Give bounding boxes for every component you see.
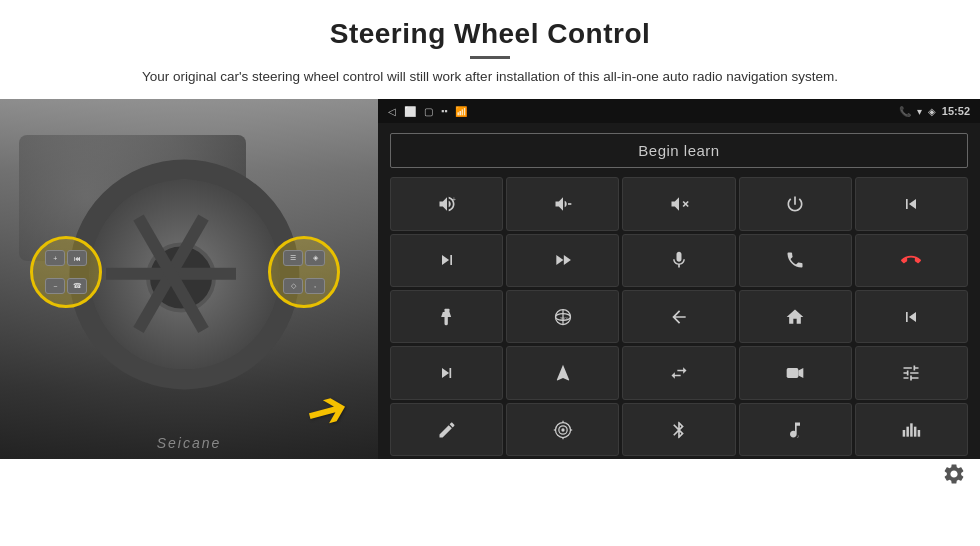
home-nav-icon[interactable]: ⬜	[404, 106, 416, 117]
content-area: + ⏮ − ☎ ☰ ◈ ◇ ◦ ➔ Seicane	[0, 99, 980, 459]
flashlight-button[interactable]	[390, 290, 503, 343]
swap-button[interactable]	[622, 346, 735, 399]
status-bar-right: 📞 ▾ ◈ 15:52	[899, 105, 970, 117]
home-ctrl-icon	[785, 307, 805, 327]
bluetooth-icon	[669, 420, 689, 440]
home-ctrl-button[interactable]	[739, 290, 852, 343]
status-bar-left: ◁ ⬜ ▢ ▪▪ 📶	[388, 106, 467, 117]
svg-text:+: +	[452, 195, 456, 202]
music-icon: ♪	[785, 420, 805, 440]
controls-grid: +	[378, 174, 980, 459]
seicane-watermark: Seicane	[157, 435, 222, 451]
android-panel: ◁ ⬜ ▢ ▪▪ 📶 📞 ▾ ◈ 15:52 Begin	[378, 99, 980, 459]
begin-learn-area: Begin learn	[378, 123, 980, 174]
prev-track-button[interactable]	[855, 177, 968, 230]
hang-up-button[interactable]	[855, 234, 968, 287]
settings-gear-button[interactable]	[942, 462, 966, 492]
back-nav-icon[interactable]: ◁	[388, 106, 396, 117]
gps-icon: ◈	[928, 106, 936, 117]
swap-icon	[669, 363, 689, 383]
view360-icon: 360°	[553, 307, 573, 327]
sw-btn-vol-down: −	[45, 278, 65, 294]
target-icon	[553, 420, 573, 440]
skip-forward-button[interactable]	[390, 346, 503, 399]
sw-btn-call: ☎	[67, 278, 87, 294]
bottom-bar	[0, 459, 980, 495]
music-button[interactable]: ♪	[739, 403, 852, 456]
pen-button[interactable]	[390, 403, 503, 456]
status-bar: ◁ ⬜ ▢ ▪▪ 📶 📞 ▾ ◈ 15:52	[378, 99, 980, 123]
steering-wheel-bg: + ⏮ − ☎ ☰ ◈ ◇ ◦ ➔ Seicane	[0, 99, 378, 459]
page-title: Steering Wheel Control	[40, 18, 940, 50]
skip-back-button[interactable]	[855, 290, 968, 343]
next-icon	[437, 250, 457, 270]
sw-btn-vol-up: +	[45, 250, 65, 266]
svg-marker-11	[799, 368, 804, 378]
svg-rect-24	[918, 430, 921, 437]
audio-bars-button[interactable]	[855, 403, 968, 456]
prev-track-icon	[901, 194, 921, 214]
gear-icon	[942, 462, 966, 486]
mic-button[interactable]	[622, 234, 735, 287]
skip-forward-icon	[437, 363, 457, 383]
sw-btn-source: ◦	[305, 278, 325, 294]
mute-button[interactable]	[622, 177, 735, 230]
svg-point-14	[561, 428, 564, 431]
vol-down-button[interactable]	[506, 177, 619, 230]
flashlight-icon	[437, 307, 457, 327]
recent-nav-icon[interactable]: ▢	[424, 106, 433, 117]
wifi-icon: ▾	[917, 106, 922, 117]
svg-rect-21	[907, 426, 910, 436]
svg-rect-5	[444, 308, 449, 311]
left-control-highlight: + ⏮ − ☎	[30, 236, 102, 308]
subtitle-text: Your original car's steering wheel contr…	[100, 67, 880, 87]
signal-icon: 📶	[455, 106, 467, 117]
sim-icon: ▪▪	[441, 106, 447, 116]
hang-up-icon	[901, 250, 921, 270]
header-section: Steering Wheel Control Your original car…	[0, 0, 980, 95]
navigate-button[interactable]	[506, 346, 619, 399]
power-icon	[785, 194, 805, 214]
back-button[interactable]	[622, 290, 735, 343]
back-icon	[669, 307, 689, 327]
skip-back-icon	[901, 307, 921, 327]
svg-rect-10	[787, 368, 799, 378]
svg-text:360°: 360°	[559, 316, 568, 321]
title-divider	[470, 56, 510, 59]
right-control-highlight: ☰ ◈ ◇ ◦	[268, 236, 340, 308]
next-button[interactable]	[390, 234, 503, 287]
sw-btn-menu: ☰	[283, 250, 303, 266]
svg-rect-23	[914, 426, 917, 436]
sw-btn-ok: ◈	[305, 250, 325, 266]
bluetooth-button[interactable]	[622, 403, 735, 456]
sw-btn-seek: ⏮	[67, 250, 87, 266]
view360-button[interactable]: 360°	[506, 290, 619, 343]
record-button[interactable]	[739, 346, 852, 399]
equalizer-icon	[901, 363, 921, 383]
audio-bars-icon	[901, 420, 921, 440]
status-time: 15:52	[942, 105, 970, 117]
phone-status-icon: 📞	[899, 106, 911, 117]
begin-learn-button[interactable]: Begin learn	[390, 133, 968, 168]
sw-btn-mode: ◇	[283, 278, 303, 294]
mic-icon	[669, 250, 689, 270]
mute-icon	[669, 194, 689, 214]
page-container: Steering Wheel Control Your original car…	[0, 0, 980, 546]
vol-down-icon	[553, 194, 573, 214]
navigate-icon	[553, 363, 573, 383]
steering-photo: + ⏮ − ☎ ☰ ◈ ◇ ◦ ➔ Seicane	[0, 99, 378, 459]
svg-rect-20	[903, 430, 906, 437]
pen-icon	[437, 420, 457, 440]
phone-button[interactable]	[739, 234, 852, 287]
power-button[interactable]	[739, 177, 852, 230]
fast-forward-button[interactable]	[506, 234, 619, 287]
fast-forward-icon	[553, 250, 573, 270]
svg-rect-22	[911, 423, 914, 436]
target-button[interactable]	[506, 403, 619, 456]
record-icon	[785, 363, 805, 383]
phone-icon	[785, 250, 805, 270]
equalizer-button[interactable]	[855, 346, 968, 399]
vol-up-icon: +	[437, 194, 457, 214]
svg-text:♪: ♪	[797, 433, 800, 439]
vol-up-button[interactable]: +	[390, 177, 503, 230]
